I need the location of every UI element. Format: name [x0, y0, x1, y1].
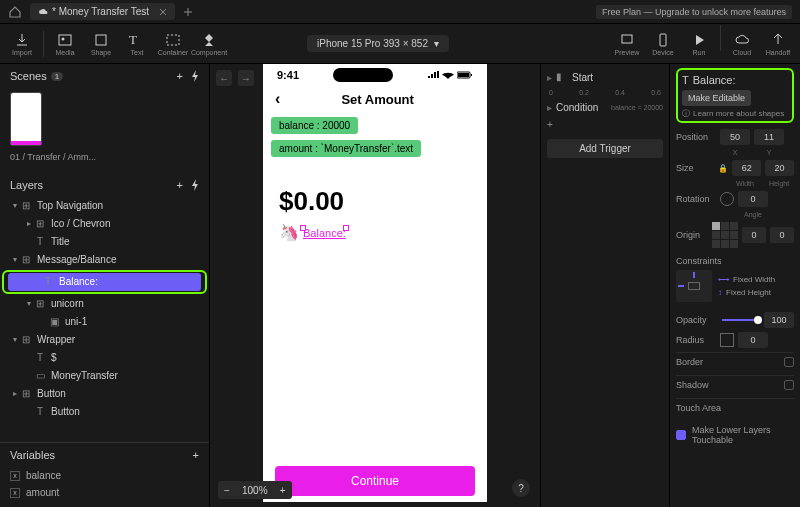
svg-rect-5 [660, 34, 666, 46]
learn-link[interactable]: ⓘLearn more about shapes [682, 108, 788, 119]
opacity-input[interactable]: 100 [764, 312, 794, 328]
layer-row[interactable]: ▣uni-1 [0, 313, 209, 331]
layer-row[interactable]: ▾⊞unicorn [0, 295, 209, 313]
layer-row[interactable]: ▾⊞Wrapper [0, 331, 209, 349]
container-tool[interactable]: Container [155, 25, 191, 63]
flash-icon[interactable] [191, 70, 199, 82]
document-tab[interactable]: * Money Transfer Test [30, 3, 175, 20]
home-icon[interactable] [8, 5, 22, 19]
new-tab-button[interactable] [181, 5, 195, 19]
variable-row[interactable]: xamount [0, 484, 209, 501]
cloud-tool[interactable]: Cloud [724, 25, 760, 63]
text-icon: T [34, 236, 46, 248]
layer-row[interactable]: T$ [0, 349, 209, 367]
unicorn-icon: 🦄 [279, 223, 299, 242]
text-icon: T [34, 352, 46, 364]
media-tool[interactable]: Media [47, 25, 83, 63]
layer-row[interactable]: TBalance: [8, 273, 201, 291]
canvas-back-icon[interactable]: ← [216, 70, 232, 86]
zoom-control[interactable]: − 100% + [218, 481, 292, 499]
pos-x-input[interactable]: 50 [720, 129, 750, 145]
width-input[interactable]: 62 [732, 160, 761, 176]
shape-tool[interactable]: Shape [83, 25, 119, 63]
balance-text-selected[interactable]: Balance: [303, 227, 346, 239]
cloud-icon [38, 8, 46, 16]
variable-row[interactable]: xbalance [0, 467, 209, 484]
frame-icon: ⊞ [20, 388, 32, 400]
svg-rect-7 [458, 73, 469, 77]
radius-input[interactable]: 0 [738, 332, 768, 348]
run-tool[interactable]: Run [681, 25, 717, 63]
constraints-diagram[interactable] [676, 270, 712, 302]
layer-row[interactable]: TTitle [0, 233, 209, 251]
free-plan-banner[interactable]: Free Plan — Upgrade to unlock more featu… [596, 5, 792, 19]
rotation-input[interactable]: 0 [738, 191, 768, 207]
scene-label: 01 / Transfer / Amm... [10, 152, 199, 163]
continue-button[interactable]: Continue [275, 466, 475, 496]
fixed-width-toggle[interactable]: ⟷Fixed Width [718, 275, 775, 284]
component-tool[interactable]: Component [191, 25, 227, 63]
text-icon: T [682, 74, 689, 86]
canvas-forward-icon[interactable]: → [238, 70, 254, 86]
rotate-icon[interactable] [720, 192, 734, 206]
device-preview-tool[interactable]: Device [645, 25, 681, 63]
layer-row[interactable]: TButton [0, 403, 209, 421]
origin-y-input[interactable]: 0 [770, 227, 794, 243]
import-tool[interactable]: Import [4, 25, 40, 63]
layer-row[interactable]: ▾⊞Message/Balance [0, 251, 209, 269]
layer-row[interactable]: ▸⊞Button [0, 385, 209, 403]
scene-thumbnail[interactable] [10, 92, 42, 146]
add-scene-icon[interactable]: + [177, 70, 183, 82]
height-input[interactable]: 20 [765, 160, 794, 176]
opacity-slider[interactable] [722, 319, 758, 321]
inspector-highlight: TBalance: Make Editable ⓘLearn more abou… [676, 68, 794, 123]
preview-tool[interactable]: Preview [609, 25, 645, 63]
svg-point-1 [62, 37, 65, 40]
frame-icon: ⊞ [20, 254, 32, 266]
expand-icon: ▸ [547, 102, 552, 113]
fixed-height-toggle[interactable]: ↕Fixed Height [718, 288, 775, 297]
condition-row[interactable]: ▸Conditionbalance = 20000 [547, 99, 663, 116]
add-action-row[interactable]: + [547, 116, 663, 133]
titlebar: * Money Transfer Test Free Plan — Upgrad… [0, 0, 800, 24]
lower-touch-checkbox[interactable] [676, 430, 686, 440]
scenes-header: Scenes 1 + [0, 64, 209, 88]
device-selector[interactable]: iPhone 15 Pro 393 × 852 ▾ [307, 35, 449, 52]
image-icon: ▣ [48, 316, 60, 328]
frame-icon: ⊞ [20, 200, 32, 212]
canvas[interactable]: ← → 9:41 ‹ Set Amount balance : 20000 am… [210, 64, 540, 507]
amount-display: $0.00 [279, 186, 471, 217]
left-panel: Scenes 1 + 01 / Transfer / Amm... Layers… [0, 64, 210, 507]
pos-y-input[interactable]: 11 [754, 129, 784, 145]
handoff-tool[interactable]: Handoff [760, 25, 796, 63]
svg-rect-8 [471, 74, 472, 76]
border-checkbox[interactable] [784, 357, 794, 367]
add-layer-icon[interactable]: + [177, 179, 183, 191]
radius-mode-icon[interactable] [720, 333, 734, 347]
origin-x-input[interactable]: 0 [742, 227, 766, 243]
lock-icon[interactable]: 🔒 [718, 164, 728, 173]
start-row[interactable]: ▸▮Start [547, 68, 663, 86]
layer-row[interactable]: ▸⊞Ico / Chevron [0, 215, 209, 233]
add-trigger-button[interactable]: Add Trigger [547, 139, 663, 158]
frame-icon: ⊞ [34, 218, 46, 230]
shadow-checkbox[interactable] [784, 380, 794, 390]
close-icon[interactable] [159, 8, 167, 16]
frame-icon: ⊞ [20, 334, 32, 346]
layer-row[interactable]: ▭MoneyTransfer [0, 367, 209, 385]
flag-icon: ▮ [556, 71, 568, 83]
layer-row[interactable]: ▾⊞Top Navigation [0, 197, 209, 215]
origin-grid[interactable] [712, 222, 738, 248]
ruler: 00.20.40.6 [547, 89, 663, 96]
text-tool[interactable]: TText [119, 25, 155, 63]
frame-icon: ⊞ [34, 298, 46, 310]
svg-rect-0 [59, 35, 71, 45]
expand-icon: ▸ [547, 72, 552, 83]
help-button[interactable]: ? [512, 479, 530, 497]
zoom-out-icon[interactable]: − [218, 481, 236, 499]
add-variable-icon[interactable]: + [193, 449, 199, 461]
status-icons [427, 71, 473, 79]
zoom-in-icon[interactable]: + [274, 481, 292, 499]
make-editable-button[interactable]: Make Editable [682, 90, 751, 106]
flash-icon[interactable] [191, 179, 199, 191]
